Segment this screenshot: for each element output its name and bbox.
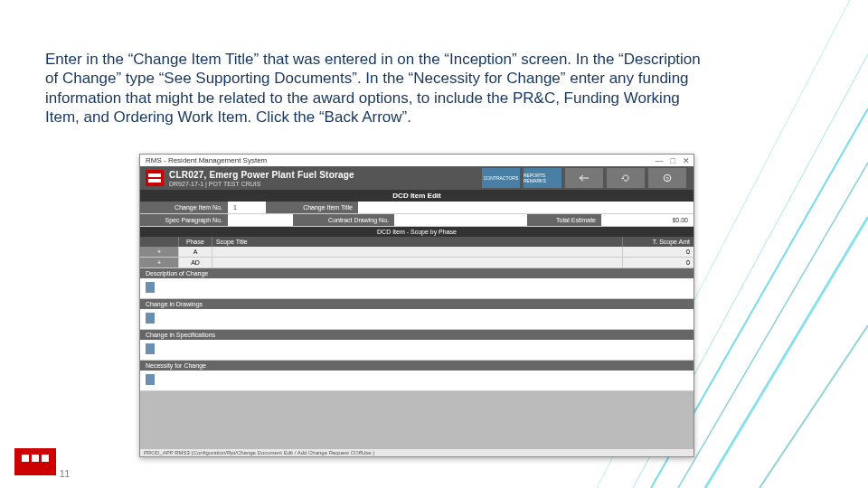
row-add-button[interactable]: +	[140, 247, 179, 257]
total-estimate-label: Total Estimate	[527, 214, 601, 226]
edit-icon[interactable]	[146, 343, 155, 354]
spec-paragraph-input[interactable]	[228, 214, 293, 226]
window-close-icon[interactable]: ✕	[683, 156, 690, 165]
form-area: Change Item No. 1 Change Item Title Spec…	[140, 202, 693, 227]
svg-text:?: ?	[665, 176, 668, 182]
section-description-of-change: Description of Change	[140, 268, 693, 278]
tab-label: DCD Item Edit	[140, 190, 693, 202]
window-max-icon[interactable]: □	[671, 156, 675, 165]
back-arrow-button[interactable]	[565, 168, 603, 188]
instruction-text: Enter in the “Change Item Title” that wa…	[45, 50, 714, 127]
page-number: 11	[60, 469, 70, 479]
section-change-in-drawings: Change in Drawings	[140, 299, 693, 309]
change-item-no-label: Change Item No.	[140, 202, 228, 213]
edit-icon[interactable]	[146, 282, 155, 293]
project-title: CLR027, Emerg Power Plant Fuel Storage	[169, 170, 354, 180]
status-bar: PROD_APP RMS3 (Configuration/Rpt/Change …	[140, 448, 693, 456]
col-phase: Phase	[179, 237, 212, 247]
change-item-title-input[interactable]	[358, 202, 693, 213]
contractors-button[interactable]: CONTRACTORS	[482, 168, 520, 188]
section-change-in-specifications: Change in Specifications	[140, 330, 693, 340]
app-header: CLR027, Emerg Power Plant Fuel Storage D…	[140, 166, 693, 190]
grid-header: Phase Scope Title T. Scope Amt	[140, 237, 693, 247]
window-title-text: RMS - Resident Management System	[146, 156, 267, 164]
back-arrow-icon	[579, 174, 590, 183]
project-subtitle: DR927-17-1 | POT TEST CRUIS	[169, 181, 354, 187]
spec-paragraph-label: Spec Paragraph No.	[140, 214, 228, 226]
row-add-button[interactable]: +	[140, 258, 179, 267]
col-scope-amt: T. Scope Amt	[623, 237, 693, 247]
col-scope-title: Scope Title	[212, 237, 623, 247]
section-necessity-for-change: Necessity for Change	[140, 361, 693, 371]
necessity-for-change-input[interactable]	[140, 371, 693, 390]
refresh-button[interactable]	[607, 168, 645, 188]
usace-logo	[146, 170, 164, 186]
change-item-title-label: Change Item Title	[266, 202, 358, 213]
usace-badge	[14, 448, 56, 483]
reports-button[interactable]: REPORTS REMARKS	[524, 168, 561, 188]
contract-drawing-label: Contract Drawing No.	[293, 214, 394, 226]
edit-icon[interactable]	[146, 313, 155, 324]
help-button[interactable]: ?	[648, 168, 686, 188]
grid-row: + A 0	[140, 247, 693, 258]
screenshot-window: RMS - Resident Management System — □ ✕ C…	[139, 154, 694, 457]
grid-row: + AD 0	[140, 258, 693, 268]
window-titlebar: RMS - Resident Management System — □ ✕	[140, 155, 693, 166]
total-estimate-value: $0.00	[601, 214, 693, 226]
window-min-icon[interactable]: —	[656, 156, 664, 165]
scope-header: DCD Item - Scope by Phase	[140, 227, 693, 237]
change-in-drawings-input[interactable]	[140, 309, 693, 329]
contract-drawing-input[interactable]	[394, 214, 527, 226]
refresh-icon	[620, 174, 631, 183]
change-in-specifications-input[interactable]	[140, 340, 693, 360]
edit-icon[interactable]	[146, 374, 155, 385]
description-of-change-input[interactable]	[140, 278, 693, 298]
change-item-no-value: 1	[228, 202, 266, 213]
help-icon: ?	[662, 174, 673, 183]
